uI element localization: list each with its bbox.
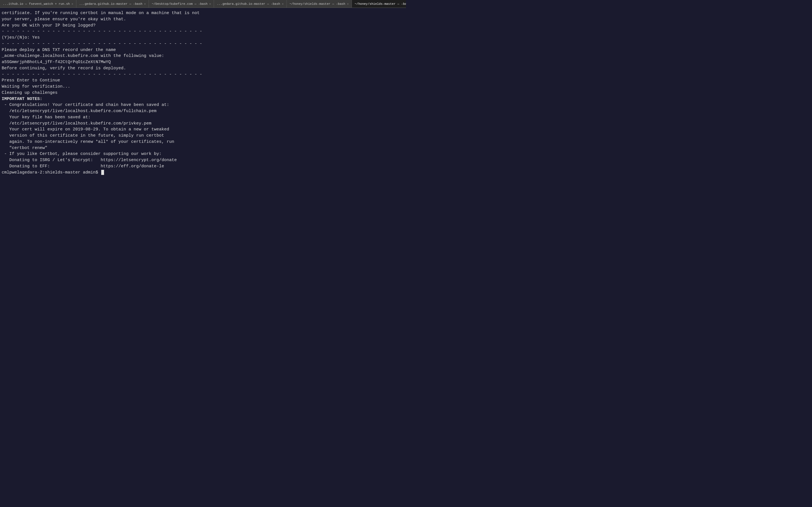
terminal-line-4: - - - - - - - - - - - - - - - - - - - - … [2, 29, 404, 35]
terminal-line-7: - - - - - - - - - - - - - - - - - - - - … [2, 41, 404, 47]
tab-3-close[interactable]: ✕ [209, 2, 211, 6]
terminal-line-3: Are you OK with your IP being logged? [2, 22, 404, 29]
tab-5-label: ~/honey/shields-master — -bash [290, 2, 345, 6]
terminal-line-19: IMPORTANT NOTES: [2, 96, 404, 102]
terminal-line-11: a5SGmmrjphBhotL4_jfF-f42CtQrPqO1cZeXtN7M… [2, 59, 404, 65]
tab-2-label: ...gedara.github.io-master — -bash [79, 2, 142, 6]
terminal-line-27: "certbot renew" [2, 145, 404, 151]
terminal-line-0: certificate. If you're running certbot i… [2, 10, 404, 16]
terminal-line-5: (Y)es/(N)o: Yes [2, 35, 404, 41]
tab-1-label: ...ithub.io — fsevent_watch + run.sh [3, 2, 70, 6]
tab-6[interactable]: ~/honey/shields-master — -bash ✕ [352, 0, 406, 8]
tab-4-close[interactable]: ✕ [282, 2, 284, 6]
terminal-line-14: - - - - - - - - - - - - - - - - - - - - … [2, 71, 404, 78]
terminal-line-16: Waiting for verification... [2, 83, 404, 90]
terminal-line-21: /etc/letsencrypt/live/localhost.kubefire… [2, 108, 404, 114]
terminal-line-13: Before continuing, verify the record is … [2, 65, 404, 71]
terminal-line-31: Donating to EFF: https://eff.org/donate-… [2, 163, 404, 170]
tab-5-close[interactable]: ✕ [347, 2, 349, 6]
terminal-line-23: /etc/letsencrypt/live/localhost.kubefire… [2, 121, 404, 127]
tab-1-close[interactable]: ✕ [71, 2, 73, 6]
terminal-cursor [101, 170, 104, 175]
terminal-line-1: your server, please ensure you're okay w… [2, 16, 404, 22]
tab-bar: ...ithub.io — fsevent_watch + run.sh ✕ .… [0, 0, 406, 8]
terminal-line-17: Cleaning up challenges [2, 90, 404, 96]
terminal-line-8: Please deploy a DNS TXT record under the… [2, 47, 404, 53]
terminal[interactable]: certificate. If you're running certbot i… [0, 8, 406, 253]
terminal-line-22: Your key file has been saved at: [2, 114, 404, 121]
prompt-text: cmlpwelagedara-2:shields-master admin$ [2, 170, 101, 176]
terminal-line-30: Donating to ISRG / Let's Encrypt: https:… [2, 157, 404, 163]
tab-1[interactable]: ...ithub.io — fsevent_watch + run.sh ✕ [0, 0, 77, 8]
terminal-line-25: version of this certificate in the futur… [2, 133, 404, 139]
terminal-line-24: Your cert will expire on 2019-08-29. To … [2, 126, 404, 133]
terminal-line-15: Press Enter to Continue [2, 77, 404, 83]
tab-6-label: ~/honey/shields-master — -bash [355, 2, 406, 6]
terminal-prompt[interactable]: cmlpwelagedara-2:shields-master admin$ [2, 170, 404, 176]
tab-3-label: ~/Desktop/kubefire.com — -bash [152, 2, 207, 6]
tab-4-label: ...gedara.github.io-master — -bash [217, 2, 280, 6]
terminal-line-9: _acme-challenge.localhost.kubefire.com w… [2, 53, 404, 59]
tab-4[interactable]: ...gedara.github.io-master — -bash ✕ [214, 0, 287, 8]
tab-5[interactable]: ~/honey/shields-master — -bash ✕ [287, 0, 352, 8]
terminal-line-28: - If you like Certbot, please consider s… [2, 151, 404, 157]
terminal-line-26: again. To non-interactively renew *all* … [2, 139, 404, 145]
tab-2[interactable]: ...gedara.github.io-master — -bash ✕ [77, 0, 149, 8]
tab-2-close[interactable]: ✕ [144, 2, 146, 6]
terminal-line-20: - Congratulations! Your certificate and … [2, 102, 404, 108]
tab-3[interactable]: ~/Desktop/kubefire.com — -bash ✕ [149, 0, 214, 8]
